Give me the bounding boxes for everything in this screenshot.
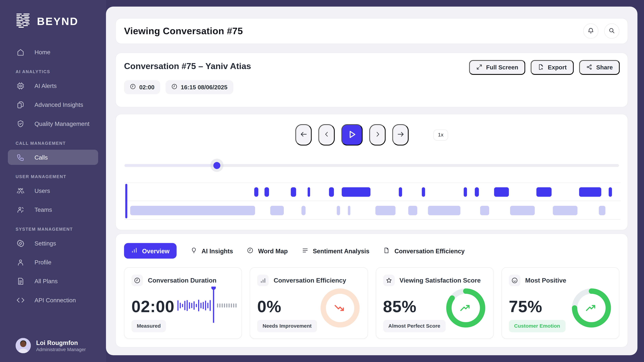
playback-controls: 1x [124,124,619,146]
page-header: Viewing Conversation #75 [116,18,628,44]
metric-badge: Customer Emotion [509,320,565,332]
users-icon [16,187,25,195]
sidebar-item-settings[interactable]: Settings [0,236,106,251]
brand: BEYND [0,0,106,31]
sidebar-item-advanced-insights[interactable]: Advanced Insights [0,97,106,113]
clock-icon [131,275,143,286]
chip-icon [16,82,25,90]
clock-icon [171,84,178,91]
home-icon [16,48,25,56]
file-icon [383,247,390,255]
playback-speed-button[interactable]: 1x [433,129,448,140]
metric-value: 85% [383,297,416,316]
metric-card-duration: Conversation Duration 02:00 Measured [124,267,242,339]
agent-lane [124,183,620,201]
customer-lane [124,202,620,220]
next-button[interactable] [369,124,386,146]
smiley-icon [509,275,520,286]
person-icon [16,206,25,214]
sidebar-item-profile[interactable]: Profile [0,255,106,270]
waveform-visual [177,287,238,323]
tab-ai-insights[interactable]: AI Insights [190,247,233,255]
conversation-card: Conversation #75 – Yaniv Atias Full Scre… [116,53,628,107]
sidebar-item-ai-alerts[interactable]: AI Alerts [0,78,106,94]
arrow-right-icon [396,130,404,139]
speaker-timeline [124,183,620,220]
play-button[interactable] [341,124,363,146]
metric-card-most-positive: Most Positive 75% Customer Emotion [502,267,619,339]
metric-value: 75% [509,297,542,316]
ring-visual [317,285,362,330]
share-button[interactable]: Share [579,60,620,75]
app-root: BEYND Home AI ANALYTICS AI Alerts Ad [0,0,644,362]
search-button[interactable] [604,24,619,39]
brand-logo-icon [16,13,32,31]
slider-thumb[interactable] [214,162,220,169]
file-export-icon [538,63,544,71]
tab-conversation-efficiency[interactable]: Conversation Efficiency [383,247,464,255]
avatar [16,338,31,353]
sidebar-item-teams[interactable]: Teams [0,202,106,218]
skip-forward-button[interactable] [392,124,409,146]
gear-icon [16,239,25,248]
duration-badge: 02:00 [124,80,160,94]
clock-icon [130,84,136,91]
bar-chart-icon [257,275,269,286]
metric-value: 0% [257,297,282,316]
sidebar-item-quality-management[interactable]: Quality Management [0,116,106,132]
sidebar-section-ai-analytics: AI ANALYTICS [0,69,106,74]
clock-icon [247,247,254,255]
tab-word-map[interactable]: Word Map [247,247,288,255]
list-icon [302,247,308,255]
analysis-tabs: Overview AI Insights Word Map [124,243,619,259]
metric-card-efficiency: Conversation Efficiency 0% Needs Improve… [250,267,368,339]
metric-badge: Almost Perfect Score [383,320,446,332]
sidebar: BEYND Home AI ANALYTICS AI Alerts Ad [0,0,106,362]
metric-badge: Measured [131,320,166,332]
fullscreen-button[interactable]: Full Screen [469,60,525,75]
skip-back-button[interactable] [295,124,312,146]
sidebar-item-users[interactable]: Users [0,183,106,199]
metric-badge: Needs Improvement [257,320,317,332]
user-name: Loi Rougmfon [36,339,86,346]
search-icon [608,27,615,35]
page-title: Viewing Conversation #75 [124,26,243,37]
tab-overview[interactable]: Overview [124,243,176,259]
analysis-card: Overview AI Insights Word Map [116,234,628,347]
slider-fill [124,164,217,167]
ring-visual [443,285,488,330]
sidebar-item-all-plans[interactable]: All Plans [0,273,106,289]
sidebar-item-calls[interactable]: Calls [8,150,98,165]
ring-visual [569,285,614,330]
shield-check-icon [16,120,25,128]
chevron-left-icon [323,131,330,139]
sidebar-nav: Home AI ANALYTICS AI Alerts Advanced Ins… [0,44,106,308]
bell-icon [587,27,594,35]
sidebar-user[interactable]: Loi Rougmfon Administrative Manager [16,338,86,353]
brand-name: BEYND [37,15,78,28]
metric-card-satisfaction: Viewing Satisfaction Score 85% Almost Pe… [376,267,494,339]
sidebar-item-home[interactable]: Home [0,44,106,60]
sidebar-section-user-management: USER MANAGEMENT [0,174,106,179]
progress-slider[interactable] [124,161,619,170]
notifications-button[interactable] [583,24,598,39]
tab-sentiment-analysis[interactable]: Sentiment Analysis [302,247,370,255]
previous-button[interactable] [318,124,335,146]
sidebar-item-api-connection[interactable]: API Connection [0,292,106,308]
player-card: 1x [116,114,628,230]
documents-icon [16,101,25,109]
bar-chart-icon [131,247,138,255]
arrow-left-icon [300,130,308,139]
export-button[interactable]: Export [530,60,574,75]
metric-cards: Conversation Duration 02:00 Measured Con… [124,267,619,339]
chevron-right-icon [374,131,381,139]
main-panel: Viewing Conversation #75 Conversation #7… [106,7,638,355]
datetime-badge: 16:15 08/06/2025 [166,80,233,94]
metric-value: 02:00 [131,297,174,316]
timeline-playhead[interactable] [125,184,127,218]
star-icon [383,275,394,286]
fullscreen-icon [476,63,482,71]
document-icon [16,277,25,285]
code-icon [16,296,25,304]
lightbulb-icon [190,247,197,255]
